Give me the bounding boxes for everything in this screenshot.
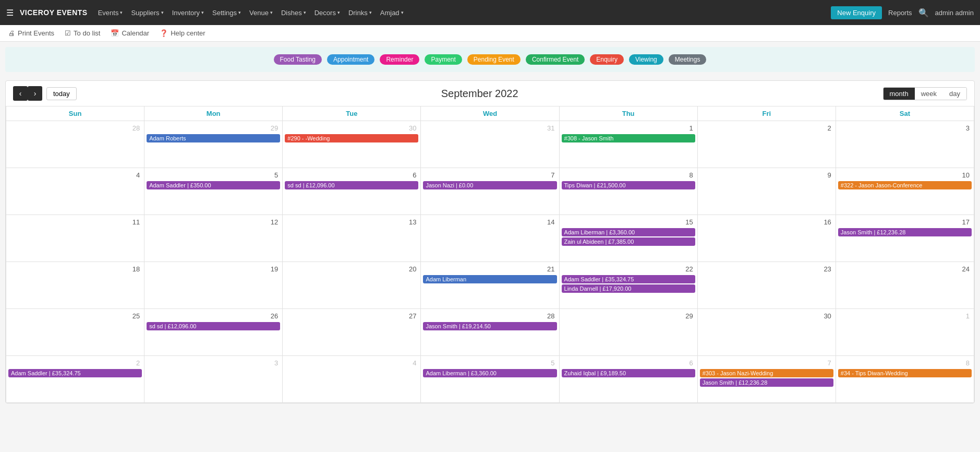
calendar-day[interactable]: 19 (144, 262, 283, 309)
calendar-day[interactable]: 7#303 - Jason Nazi-WeddingJason Smith | … (697, 356, 836, 403)
calendar-day[interactable]: 29Adam Roberts (144, 121, 283, 168)
calendar-day[interactable]: 6sd sd | £12,096.00 (283, 168, 421, 215)
nav-item-decors[interactable]: Decors▾ (310, 7, 344, 19)
calendar-event[interactable]: #322 - Jason Jason-Conference (838, 181, 972, 189)
calendar-day[interactable]: 2Adam Saddler | £35,324.75 (6, 356, 144, 403)
calendar-day[interactable]: 28 (6, 121, 144, 168)
calendar-day[interactable]: 28Jason Smith | £19,214.50 (421, 309, 559, 356)
search-icon[interactable]: 🔍 (918, 8, 929, 18)
calendar-day[interactable]: 5Adam Liberman | £3,360.00 (421, 356, 559, 403)
calendar-day[interactable]: 8#34 - Tips Diwan-Wedding (836, 356, 974, 403)
day-number: 2 (700, 123, 833, 134)
day-header-wed: Wed (421, 106, 559, 121)
calendar-day[interactable]: 5Adam Saddler | £350.00 (144, 168, 283, 215)
calendar-day[interactable]: 3 (144, 356, 283, 403)
calendar-event[interactable]: Tips Diwan | £21,500.00 (562, 181, 695, 189)
subbar-item-print-events[interactable]: 🖨Print Events (8, 29, 54, 37)
calendar-day[interactable]: 8Tips Diwan | £21,500.00 (559, 168, 697, 215)
calendar-event[interactable]: Adam Saddler | £350.00 (147, 181, 280, 189)
calendar-day[interactable]: 11 (6, 215, 144, 262)
calendar-day[interactable]: 31 (421, 121, 559, 168)
calendar-day[interactable]: 26sd sd | £12,096.00 (144, 309, 283, 356)
chevron-down-icon: ▾ (369, 10, 372, 15)
calendar-day[interactable]: 16 (697, 215, 836, 262)
calendar-day[interactable]: 30 (697, 309, 836, 356)
reports-link[interactable]: Reports (888, 9, 912, 17)
calendar-day[interactable]: 9 (697, 168, 836, 215)
calendar-day[interactable]: 3 (836, 121, 974, 168)
calendar-day[interactable]: 4 (6, 168, 144, 215)
calendar-day[interactable]: 12 (144, 215, 283, 262)
new-enquiry-button[interactable]: New Enquiry (831, 6, 882, 19)
calendar-event[interactable]: Jason Smith | £19,214.50 (423, 322, 556, 330)
calendar-day[interactable]: 18 (6, 262, 144, 309)
prev-month-button[interactable]: ‹ (13, 86, 28, 101)
nav-item-suppliers[interactable]: Suppliers▾ (127, 7, 167, 19)
calendar-day[interactable]: 1 (836, 309, 974, 356)
calendar-event[interactable]: Adam Liberman | £3,360.00 (562, 228, 695, 236)
calendar-day[interactable]: 2 (697, 121, 836, 168)
view-toggle: monthweekday (883, 87, 967, 100)
calendar-day[interactable]: 1#308 - Jason Smith (559, 121, 697, 168)
subbar-item-help-center[interactable]: ❓Help center (160, 29, 205, 37)
calendar-event[interactable]: Zuhaid Iqbal | £9,189.50 (562, 369, 695, 377)
calendar-day[interactable]: 6Zuhaid Iqbal | £9,189.50 (559, 356, 697, 403)
day-number: 12 (147, 217, 280, 228)
calendar-event[interactable]: Adam Saddler | £35,324.75 (8, 369, 142, 377)
chevron-down-icon: ▾ (120, 10, 123, 15)
calendar-day[interactable]: 15Adam Liberman | £3,360.00Zain ul Abide… (559, 215, 697, 262)
nav-item-inventory[interactable]: Inventory▾ (168, 7, 208, 19)
calendar-event[interactable]: Linda Darnell | £17,920.00 (562, 284, 695, 293)
calendar-event[interactable]: #290 - -Wedding (285, 134, 418, 142)
calendar-day[interactable]: 20 (283, 262, 421, 309)
calendar-day[interactable]: 4 (283, 356, 421, 403)
calendar-event[interactable]: Adam Liberman (423, 275, 556, 283)
calendar-event[interactable]: sd sd | £12,096.00 (285, 181, 418, 189)
calendar-event[interactable]: Adam Liberman | £3,360.00 (423, 369, 556, 377)
hamburger-icon[interactable]: ☰ (6, 8, 14, 18)
nav-item-dishes[interactable]: Dishes▾ (277, 7, 310, 19)
calendar-event[interactable]: #308 - Jason Smith (562, 134, 695, 142)
calendar-day[interactable]: 29 (559, 309, 697, 356)
calendar-day[interactable]: 21Adam Liberman (421, 262, 559, 309)
calendar-day[interactable]: 14 (421, 215, 559, 262)
calendar-event[interactable]: sd sd | £12,096.00 (147, 322, 280, 330)
calendar-day[interactable]: 17Jason Smith | £12,236.28 (836, 215, 974, 262)
day-number: 14 (423, 217, 556, 228)
calendar-day[interactable]: 13 (283, 215, 421, 262)
today-button[interactable]: today (46, 87, 77, 100)
legend-tag-food-tasting: Food Tasting (274, 54, 322, 65)
view-btn-week[interactable]: week (915, 88, 943, 100)
calendar-event[interactable]: Jason Smith | £12,236.28 (838, 228, 972, 236)
calendar-event[interactable]: Adam Roberts (147, 134, 280, 142)
calendar-day[interactable]: 25 (6, 309, 144, 356)
calendar-event[interactable]: Adam Saddler | £35,324.75 (562, 275, 695, 283)
calendar-event[interactable]: Jason Smith | £12,236.28 (700, 378, 833, 387)
calendar-day[interactable]: 10#322 - Jason Jason-Conference (836, 168, 974, 215)
calendar-event[interactable]: Zain ul Abideen | £7,385.00 (562, 237, 695, 246)
nav-item-settings[interactable]: Settings▾ (208, 7, 245, 19)
legend-tag-payment: Payment (425, 54, 462, 65)
nav-item-venue[interactable]: Venue▾ (245, 7, 277, 19)
view-btn-day[interactable]: day (943, 88, 966, 100)
calendar-day[interactable]: 22Adam Saddler | £35,324.75Linda Darnell… (559, 262, 697, 309)
subbar: 🖨Print Events☑To do list📅Calendar❓Help c… (0, 25, 980, 42)
nav-item-events[interactable]: Events▾ (94, 7, 127, 19)
day-number: 29 (147, 123, 280, 134)
calendar-day[interactable]: 23 (697, 262, 836, 309)
nav-item-amjad[interactable]: Amjad▾ (376, 7, 408, 19)
calendar-day[interactable]: 24 (836, 262, 974, 309)
calendar-event[interactable]: #34 - Tips Diwan-Wedding (838, 369, 972, 377)
calendar-day[interactable]: 27 (283, 309, 421, 356)
calendar-event[interactable]: Jason Nazi | £0.00 (423, 181, 556, 189)
view-btn-month[interactable]: month (884, 88, 915, 100)
day-number: 8 (562, 170, 695, 181)
day-number: 27 (285, 311, 418, 322)
calendar-day[interactable]: 30#290 - -Wedding (283, 121, 421, 168)
next-month-button[interactable]: › (28, 86, 42, 101)
nav-item-drinks[interactable]: Drinks▾ (344, 7, 376, 19)
subbar-item-calendar[interactable]: 📅Calendar (111, 29, 149, 37)
calendar-day[interactable]: 7Jason Nazi | £0.00 (421, 168, 559, 215)
calendar-event[interactable]: #303 - Jason Nazi-Wedding (700, 369, 833, 377)
subbar-item-to-do-list[interactable]: ☑To do list (65, 29, 100, 37)
